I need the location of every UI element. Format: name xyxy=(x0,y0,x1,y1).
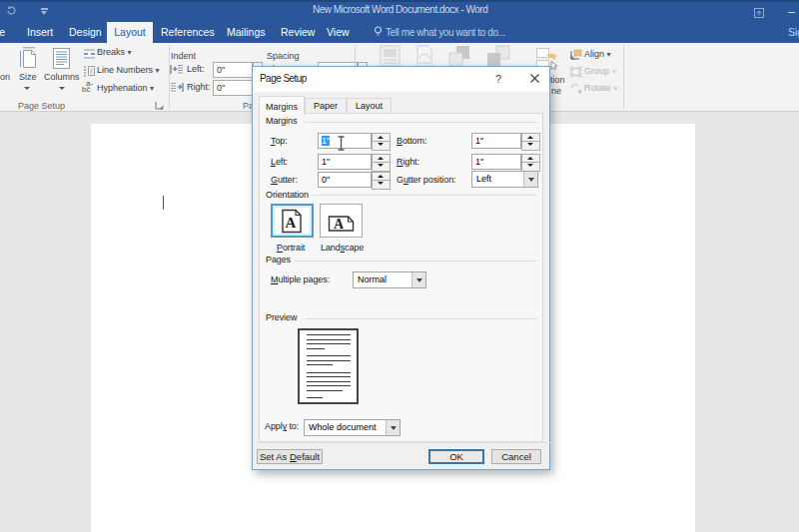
svg-text:A: A xyxy=(286,215,297,231)
svg-text:A: A xyxy=(334,217,345,232)
